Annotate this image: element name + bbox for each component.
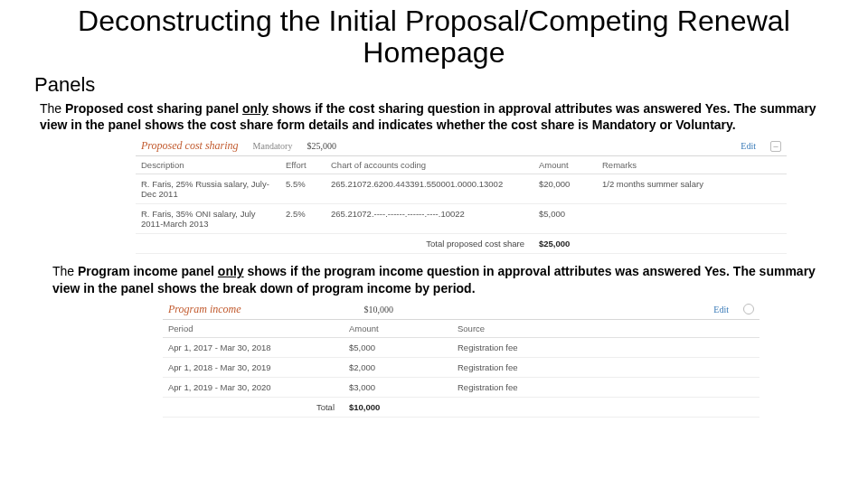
total-row: Total $10,000 <box>163 397 760 417</box>
cell-amount: $2,000 <box>344 357 452 377</box>
col-effort: Effort <box>280 156 326 174</box>
cost-sharing-panel: Proposed cost sharing Mandatory $25,000 … <box>136 136 787 254</box>
cost-sharing-title: Proposed cost sharing <box>141 139 239 153</box>
table-row: Apr 1, 2019 - Mar 30, 2020 $3,000 Regist… <box>163 377 760 397</box>
total-row: Total proposed cost share $25,000 <box>136 234 787 254</box>
paragraph-program-income: The Program income panel only shows if t… <box>52 263 830 296</box>
col-remarks: Remarks <box>597 156 787 174</box>
col-amount: Amount <box>533 156 597 174</box>
total-value: $10,000 <box>344 397 452 417</box>
cell-period: Apr 1, 2018 - Mar 30, 2019 <box>163 357 344 377</box>
cell-description: R. Faris, 35% ONI salary, July 2011-Marc… <box>136 204 280 234</box>
cell-source: Registration fee <box>452 377 760 397</box>
cell-coding: 265.21072.6200.443391.550001.0000.13002 <box>326 174 533 204</box>
cost-sharing-collapse-icon[interactable]: – <box>770 141 781 152</box>
para1-pre: The <box>40 101 65 116</box>
cell-coding: 265.21072.----.------.------.----.10022 <box>326 204 533 234</box>
title-line-1: Deconstructing the Initial Proposal/Comp… <box>78 5 790 37</box>
table-row: R. Faris, 35% ONI salary, July 2011-Marc… <box>136 204 787 234</box>
table-header-row: Period Amount Source <box>163 320 760 338</box>
program-income-title: Program income <box>168 303 241 316</box>
program-income-amount: $10,000 <box>364 305 394 314</box>
cell-source: Registration fee <box>452 337 760 357</box>
program-income-table: Period Amount Source Apr 1, 2017 - Mar 3… <box>163 320 760 418</box>
section-subhead: Panels <box>34 73 841 97</box>
col-source: Source <box>452 320 760 338</box>
table-row: Apr 1, 2017 - Mar 30, 2018 $5,000 Regist… <box>163 337 760 357</box>
table-header-row: Description Effort Chart of accounts cod… <box>136 156 787 174</box>
paragraph-cost-sharing: The Proposed cost sharing panel only sho… <box>40 100 830 133</box>
total-value: $25,000 <box>533 234 597 254</box>
para1-bold: Proposed cost sharing panel <box>65 101 242 116</box>
program-income-edit-link[interactable]: Edit <box>713 305 729 314</box>
program-income-panel: Program income $10,000 Edit Period Amoun… <box>163 300 760 418</box>
table-row: R. Faris, 25% Russia salary, July-Dec 20… <box>136 174 787 204</box>
cell-source: Registration fee <box>452 357 760 377</box>
cell-period: Apr 1, 2017 - Mar 30, 2018 <box>163 337 344 357</box>
cost-sharing-edit-link[interactable]: Edit <box>741 141 756 151</box>
cell-amount: $20,000 <box>533 174 597 204</box>
cell-amount: $3,000 <box>344 377 452 397</box>
para1-only: only <box>242 101 269 116</box>
cell-period: Apr 1, 2019 - Mar 30, 2020 <box>163 377 344 397</box>
cell-remarks <box>597 204 787 234</box>
cell-amount: $5,000 <box>344 337 452 357</box>
col-amount: Amount <box>344 320 452 338</box>
cost-sharing-panel-header: Proposed cost sharing Mandatory $25,000 … <box>136 136 787 156</box>
cell-description: R. Faris, 25% Russia salary, July-Dec 20… <box>136 174 280 204</box>
cell-effort: 2.5% <box>280 204 326 234</box>
col-period: Period <box>163 320 344 338</box>
cost-sharing-table: Description Effort Chart of accounts cod… <box>136 156 787 254</box>
program-income-panel-header: Program income $10,000 Edit <box>163 300 760 320</box>
para2-bold: Program income panel <box>78 264 218 278</box>
title-line-2: Homepage <box>363 36 505 69</box>
total-label: Total <box>163 397 344 417</box>
cost-sharing-mandatory-badge: Mandatory <box>253 141 293 151</box>
col-description: Description <box>136 156 280 174</box>
total-label: Total proposed cost share <box>136 234 533 254</box>
cell-effort: 5.5% <box>280 174 326 204</box>
page-title: Deconstructing the Initial Proposal/Comp… <box>27 5 841 68</box>
para2-pre: The <box>52 264 78 278</box>
cell-remarks: 1/2 months summer salary <box>597 174 787 204</box>
table-row: Apr 1, 2018 - Mar 30, 2019 $2,000 Regist… <box>163 357 760 377</box>
cost-sharing-amount: $25,000 <box>307 141 336 151</box>
col-coding: Chart of accounts coding <box>326 156 533 174</box>
program-income-collapse-icon[interactable] <box>743 304 754 314</box>
cell-amount: $5,000 <box>533 204 597 234</box>
para2-only: only <box>218 264 244 278</box>
